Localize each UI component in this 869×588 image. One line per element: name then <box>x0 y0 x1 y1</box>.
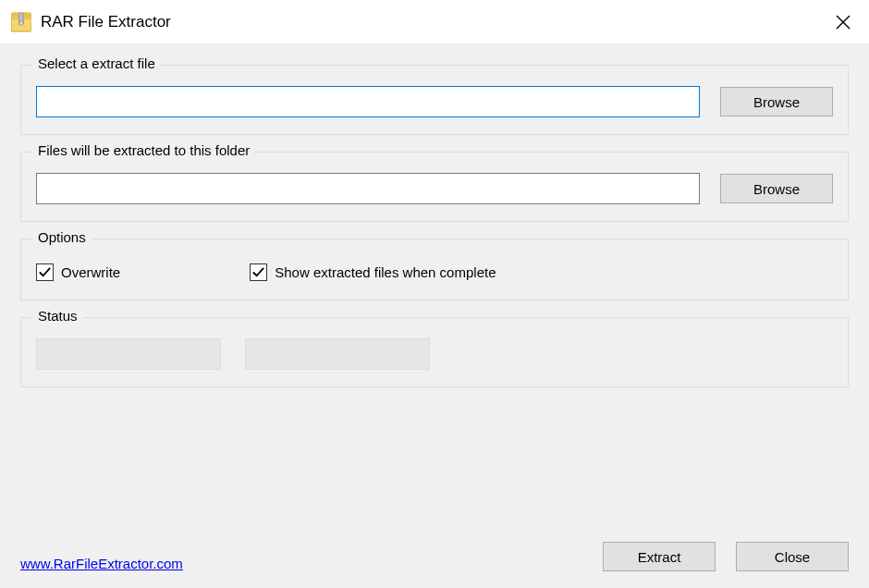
window-close-button[interactable] <box>825 4 862 41</box>
close-icon <box>836 15 851 30</box>
browse-folder-button[interactable]: Browse <box>720 174 833 203</box>
overwrite-option: Overwrite <box>36 263 120 281</box>
show-extracted-checkbox[interactable] <box>250 263 267 281</box>
check-icon <box>251 265 265 279</box>
status-box-2 <box>245 338 430 370</box>
group-dest-folder-title: Files will be extracted to this folder <box>32 142 255 158</box>
check-icon <box>38 265 52 279</box>
overwrite-checkbox[interactable] <box>36 263 54 281</box>
footer: www.RarFileExtractor.com Extract Close <box>20 542 849 571</box>
titlebar: RAR File Extractor <box>0 0 869 44</box>
group-status-title: Status <box>32 308 83 324</box>
dest-folder-input[interactable] <box>36 173 700 204</box>
group-dest-folder: Files will be extracted to this folder B… <box>20 152 849 222</box>
svg-rect-3 <box>19 21 23 25</box>
group-status: Status <box>20 317 849 387</box>
status-box-1 <box>36 338 221 370</box>
overwrite-label: Overwrite <box>61 264 120 280</box>
browse-file-button[interactable]: Browse <box>720 87 833 116</box>
extract-button[interactable]: Extract <box>603 542 716 571</box>
group-options: Options Overwrite Show extracted files w… <box>20 239 849 300</box>
client-area: Select a extract file Browse Files will … <box>0 44 869 588</box>
show-extracted-label: Show extracted files when complete <box>275 264 496 280</box>
window-title: RAR File Extractor <box>41 13 825 31</box>
close-button[interactable]: Close <box>736 542 849 571</box>
group-select-file: Select a extract file Browse <box>20 65 849 135</box>
group-select-file-title: Select a extract file <box>32 55 161 71</box>
app-icon <box>11 12 31 32</box>
show-extracted-option: Show extracted files when complete <box>250 263 496 281</box>
group-options-title: Options <box>32 229 92 245</box>
select-file-input[interactable] <box>36 86 700 117</box>
website-link[interactable]: www.RarFileExtractor.com <box>20 556 183 571</box>
